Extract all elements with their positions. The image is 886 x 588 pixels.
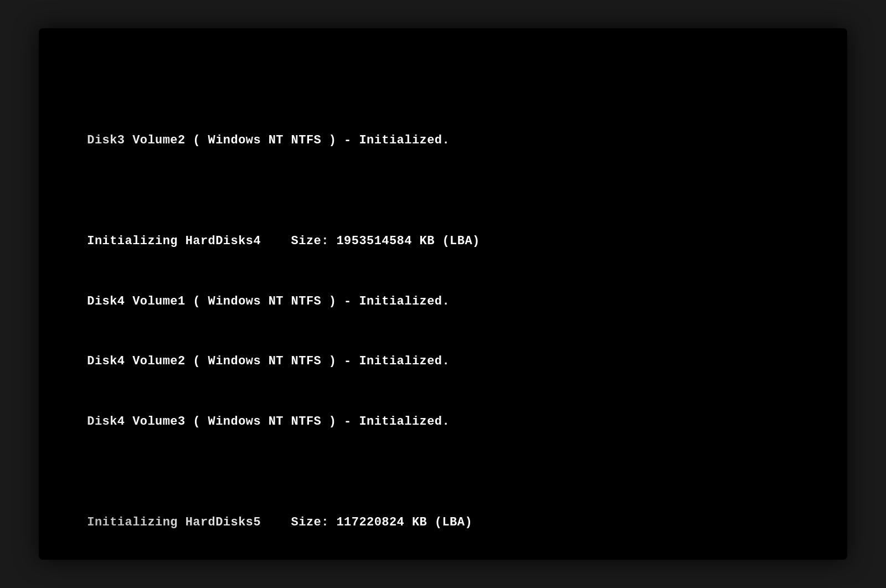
monitor-frame: Disk3 Volume2 ( Windows NT NTFS ) - Init…	[39, 28, 847, 560]
terminal-line-1: Disk3 Volume2 ( Windows NT NTFS ) - Init…	[72, 131, 814, 151]
terminal-line-6: Disk4 Volume3 ( Windows NT NTFS ) - Init…	[72, 412, 814, 432]
terminal-screen: Disk3 Volume2 ( Windows NT NTFS ) - Init…	[39, 28, 847, 560]
terminal-line-4: Disk4 Volume1 ( Windows NT NTFS ) - Init…	[72, 292, 814, 312]
terminal-line-8: Initializing HardDisks5 Size: 117220824 …	[72, 513, 814, 533]
terminal-line-3: Initializing HardDisks4 Size: 1953514584…	[72, 231, 814, 251]
terminal-output: Disk3 Volume2 ( Windows NT NTFS ) - Init…	[72, 50, 814, 560]
terminal-line-5: Disk4 Volume2 ( Windows NT NTFS ) - Init…	[72, 352, 814, 372]
